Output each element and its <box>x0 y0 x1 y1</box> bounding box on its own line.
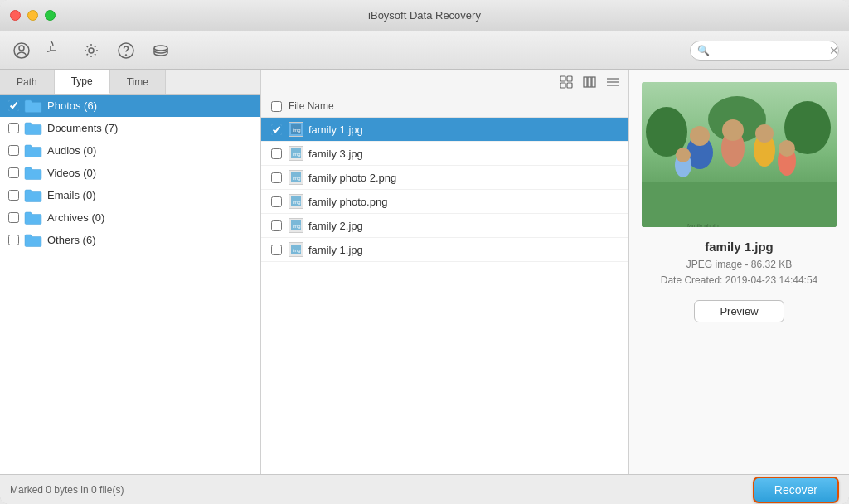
tab-path[interactable]: Path <box>0 70 55 94</box>
status-text: Marked 0 bytes in 0 file(s) <box>10 484 124 496</box>
category-audios-checkbox[interactable] <box>8 145 19 156</box>
svg-text:img: img <box>293 224 301 229</box>
category-videos-checkbox[interactable] <box>8 167 19 178</box>
minimize-button[interactable] <box>27 10 38 21</box>
close-button[interactable] <box>10 10 21 21</box>
file-checkbox-3[interactable] <box>271 172 282 183</box>
file-item[interactable]: img family 1.jpg <box>261 118 628 142</box>
tab-type[interactable]: Type <box>55 70 110 94</box>
column-view-icon[interactable] <box>580 73 599 91</box>
svg-rect-10 <box>584 77 587 87</box>
preview-button[interactable]: Preview <box>694 300 784 322</box>
file-item-4[interactable]: img family photo.png <box>261 190 628 214</box>
file-list-header: File Name <box>261 95 628 118</box>
svg-rect-8 <box>560 83 565 88</box>
category-audios-label: Audios (0) <box>47 144 96 157</box>
file-checkbox-4[interactable] <box>271 196 282 207</box>
maximize-button[interactable] <box>45 10 56 21</box>
category-documents-checkbox[interactable] <box>8 123 19 133</box>
file-item-3[interactable]: img family photo 2.png <box>261 166 628 190</box>
toolbar-right: 🔍 ✕ <box>690 41 839 61</box>
file-thumbnail-6: img <box>289 242 303 257</box>
svg-point-34 <box>690 126 710 146</box>
view-controls <box>261 70 628 95</box>
list-view-icon[interactable] <box>604 73 622 91</box>
recover-button[interactable]: Recover <box>753 477 839 503</box>
rotate-icon[interactable] <box>45 39 68 62</box>
thumbnail-view-icon[interactable] <box>557 73 575 91</box>
svg-point-2 <box>89 48 94 53</box>
home-icon[interactable] <box>10 39 33 62</box>
category-archives[interactable]: Archives (0) <box>0 206 260 229</box>
left-panel: Path Type Time Photos (6) <box>0 70 261 474</box>
preview-meta: JPEG image - 86.32 KB Date Created: 2019… <box>661 257 818 288</box>
category-archives-checkbox[interactable] <box>8 212 19 223</box>
file-name-2: family 3.jpg <box>308 148 363 160</box>
svg-point-42 <box>779 140 795 157</box>
category-emails[interactable]: Emails (0) <box>0 184 260 206</box>
category-videos[interactable]: Videos (0) <box>0 162 260 184</box>
file-name-4: family photo.png <box>308 196 387 208</box>
search-box[interactable]: 🔍 ✕ <box>690 41 839 61</box>
svg-point-4 <box>126 55 127 56</box>
preview-panel: family photo family 1.jpg JPEG image - 8… <box>629 70 849 474</box>
select-all-checkbox[interactable] <box>271 101 282 112</box>
category-others[interactable]: Others (6) <box>0 229 260 251</box>
preview-image: family photo <box>642 82 837 227</box>
settings-icon[interactable] <box>80 39 103 62</box>
preview-filename: family 1.jpg <box>705 240 774 254</box>
category-others-label: Others (6) <box>47 234 96 246</box>
svg-text:img: img <box>293 128 301 133</box>
category-documents[interactable]: Documents (7) <box>0 117 260 139</box>
window-title: iBoysoft Data Recovery <box>368 9 481 22</box>
file-name-column-header: File Name <box>289 100 334 112</box>
category-documents-label: Documents (7) <box>47 122 118 134</box>
toolbar-left <box>10 39 172 62</box>
middle-panel: File Name img family 1.jpg img <box>261 70 629 474</box>
file-thumbnail-5: img <box>289 218 303 233</box>
category-photos[interactable]: Photos (6) <box>0 94 260 117</box>
file-checkbox-6[interactable] <box>271 245 282 255</box>
tab-time[interactable]: Time <box>110 70 166 94</box>
category-archives-label: Archives (0) <box>47 211 104 224</box>
svg-rect-32 <box>642 182 837 227</box>
svg-point-38 <box>755 124 774 143</box>
file-name-1: family 1.jpg <box>308 124 363 136</box>
file-checkbox-1[interactable] <box>271 124 282 135</box>
svg-point-1 <box>19 46 24 51</box>
svg-rect-11 <box>588 77 591 87</box>
svg-text:img: img <box>293 200 301 205</box>
drive-icon[interactable] <box>149 39 172 62</box>
status-bar: Marked 0 bytes in 0 file(s) Recover <box>0 474 849 504</box>
file-checkbox-2[interactable] <box>271 148 282 159</box>
file-item-5[interactable]: img family 2.jpg <box>261 214 628 238</box>
category-photos-checkbox[interactable] <box>8 100 19 111</box>
titlebar: iBoysoft Data Recovery <box>0 0 849 32</box>
svg-text:img: img <box>293 248 301 253</box>
search-input[interactable] <box>713 45 829 56</box>
file-thumbnail-3: img <box>289 170 303 185</box>
category-emails-checkbox[interactable] <box>8 190 19 201</box>
search-icon: 🔍 <box>697 45 710 56</box>
category-photos-label: Photos (6) <box>47 99 97 112</box>
file-thumbnail-4: img <box>289 194 303 209</box>
svg-point-40 <box>676 148 691 162</box>
svg-text:img: img <box>293 152 301 157</box>
traffic-lights <box>10 10 56 21</box>
category-audios[interactable]: Audios (0) <box>0 139 260 162</box>
folder-icon-3 <box>24 143 42 158</box>
file-item-6[interactable]: img family 1.jpg <box>261 238 628 262</box>
file-checkbox-5[interactable] <box>271 220 282 231</box>
category-others-checkbox[interactable] <box>8 235 19 245</box>
folder-icon-6 <box>24 211 42 225</box>
file-name-3: family photo 2.png <box>308 172 396 184</box>
svg-text:family photo: family photo <box>687 223 719 227</box>
svg-text:img: img <box>293 176 301 181</box>
file-list: img family 1.jpg img family 3.jpg <box>261 118 628 474</box>
file-item-2[interactable]: img family 3.jpg <box>261 142 628 166</box>
folder-icon-2 <box>24 121 42 135</box>
clear-search-icon[interactable]: ✕ <box>829 44 839 57</box>
file-thumbnail-2: img <box>289 146 303 161</box>
help-icon[interactable] <box>114 39 138 62</box>
folder-icon-5 <box>24 188 42 202</box>
